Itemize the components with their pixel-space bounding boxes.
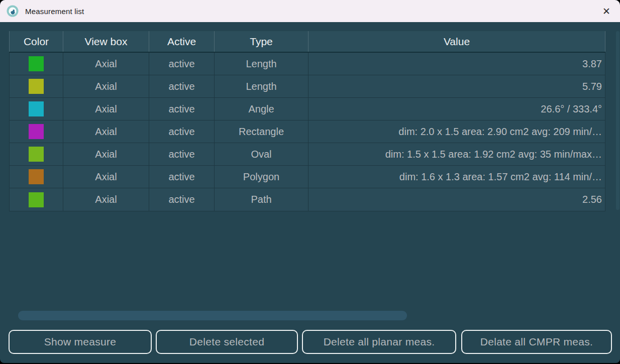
- cell-value: 5.79: [308, 75, 605, 97]
- cell-value: 26.6° / 333.4°: [308, 98, 605, 120]
- color-swatch: [29, 79, 44, 94]
- cell-type: Polygon: [215, 166, 308, 188]
- table-row[interactable]: Axial active Length 5.79: [10, 75, 605, 98]
- horizontal-scrollbar-thumb[interactable]: [18, 311, 407, 320]
- cell-color: [10, 53, 63, 75]
- delete-selected-button[interactable]: Delete selected: [156, 330, 298, 354]
- close-icon[interactable]: ✕: [598, 4, 615, 19]
- table-header-row: Color View box Active Type Value: [9, 31, 605, 52]
- cell-active: active: [149, 53, 215, 75]
- cell-color: [10, 166, 63, 188]
- color-swatch: [29, 101, 44, 116]
- cell-active: active: [149, 166, 215, 188]
- column-header-active[interactable]: Active: [149, 31, 215, 52]
- cell-view-box: Axial: [63, 120, 149, 143]
- title-bar[interactable]: Measurement list ✕: [0, 0, 620, 22]
- measurement-table: Color View box Active Type Value Axial a…: [9, 31, 605, 211]
- cell-active: active: [149, 120, 215, 143]
- cell-value: 2.56: [308, 188, 605, 211]
- measurement-table-body: Axial active Length 3.87 Axial active Le…: [9, 53, 605, 211]
- cell-value: 3.87: [308, 53, 605, 75]
- cell-active: active: [149, 188, 215, 211]
- cell-type: Oval: [215, 143, 308, 165]
- show-measure-button[interactable]: Show measure: [9, 330, 152, 354]
- cell-view-box: Axial: [63, 143, 149, 165]
- cell-type: Path: [215, 188, 308, 211]
- cell-view-box: Axial: [63, 53, 149, 75]
- cell-active: active: [149, 143, 215, 165]
- cell-view-box: Axial: [63, 75, 149, 97]
- color-swatch: [29, 169, 44, 184]
- table-row[interactable]: Axial active Angle 26.6° / 333.4°: [10, 98, 605, 120]
- cell-view-box: Axial: [63, 166, 149, 188]
- cell-value: dim: 2.0 x 1.5 area: 2.90 cm2 avg: 209 m…: [308, 120, 605, 143]
- app-icon: [7, 5, 19, 17]
- color-swatch: [29, 124, 44, 139]
- table-row[interactable]: Axial active Length 3.87: [10, 53, 605, 75]
- delete-all-cmpr-button[interactable]: Delate all CMPR meas.: [461, 330, 612, 354]
- cell-color: [10, 98, 63, 120]
- color-swatch: [29, 56, 44, 71]
- cell-type: Rectangle: [215, 120, 308, 143]
- cell-type: Length: [215, 53, 308, 75]
- measurement-list-window: Measurement list ✕ Color View box Active…: [0, 0, 620, 363]
- cell-color: [10, 188, 63, 211]
- column-header-value[interactable]: Value: [308, 31, 605, 52]
- cell-view-box: Axial: [63, 98, 149, 120]
- column-header-view-box[interactable]: View box: [63, 31, 149, 52]
- cell-view-box: Axial: [63, 188, 149, 211]
- delete-all-planar-button[interactable]: Delete all planar meas.: [302, 330, 456, 354]
- cell-type: Angle: [215, 98, 308, 120]
- vertical-scrollbar[interactable]: [616, 31, 619, 210]
- table-row[interactable]: Axial active Oval dim: 1.5 x 1.5 area: 1…: [10, 143, 605, 166]
- table-row[interactable]: Axial active Path 2.56: [10, 188, 605, 211]
- cell-value: dim: 1.6 x 1.3 area: 1.57 cm2 avg: 114 m…: [308, 166, 605, 188]
- cell-color: [10, 120, 63, 143]
- color-swatch: [29, 147, 44, 162]
- table-row[interactable]: Axial active Rectangle dim: 2.0 x 1.5 ar…: [10, 120, 605, 143]
- column-header-type[interactable]: Type: [215, 31, 308, 52]
- cell-type: Length: [215, 75, 308, 97]
- cell-color: [10, 75, 63, 97]
- table-row[interactable]: Axial active Polygon dim: 1.6 x 1.3 area…: [10, 166, 605, 188]
- window-title: Measurement list: [25, 7, 84, 16]
- cell-value: dim: 1.5 x 1.5 area: 1.92 cm2 avg: 35 mi…: [308, 143, 605, 165]
- cell-active: active: [149, 98, 215, 120]
- color-swatch: [29, 192, 44, 207]
- column-header-color[interactable]: Color: [10, 31, 63, 52]
- cell-active: active: [149, 75, 215, 97]
- cell-color: [10, 143, 63, 165]
